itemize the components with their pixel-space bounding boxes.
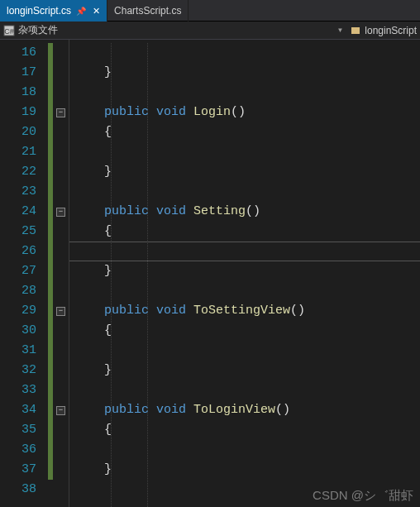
fold-cell bbox=[53, 380, 69, 400]
fold-cell bbox=[53, 420, 69, 440]
code-area[interactable]: } public void Login() { } public void Se… bbox=[69, 40, 420, 507]
code-line[interactable] bbox=[69, 182, 420, 202]
code-line[interactable]: { bbox=[69, 321, 420, 341]
line-number: 23 bbox=[0, 182, 48, 202]
fold-cell bbox=[53, 281, 69, 301]
line-number: 37 bbox=[0, 460, 48, 480]
code-line[interactable]: public void Setting() bbox=[69, 202, 420, 222]
line-number: 21 bbox=[0, 142, 48, 162]
line-number: 28 bbox=[0, 281, 48, 301]
nav-right-label: longinScript bbox=[365, 25, 417, 36]
code-line[interactable]: } bbox=[69, 162, 420, 182]
fold-cell bbox=[53, 162, 69, 182]
tab-chartsscript[interactable]: ChartsScript.cs bbox=[107, 0, 189, 22]
tab-bar: longinScript.cs 📌 ✕ ChartsScript.cs bbox=[0, 0, 420, 22]
fold-column: −−−− bbox=[53, 40, 69, 507]
fold-cell bbox=[53, 43, 69, 63]
code-line[interactable]: } bbox=[69, 460, 420, 480]
line-number: 19 bbox=[0, 103, 48, 122]
line-number: 26 bbox=[0, 242, 48, 261]
code-line[interactable]: } bbox=[69, 361, 420, 380]
svg-rect-2 bbox=[351, 27, 360, 34]
code-line[interactable]: public void ToLoginView() bbox=[69, 400, 420, 420]
line-number: 22 bbox=[0, 162, 48, 182]
fold-cell bbox=[53, 341, 69, 361]
line-number: 27 bbox=[0, 261, 48, 281]
fold-cell: − bbox=[53, 202, 69, 222]
fold-cell bbox=[53, 222, 69, 242]
code-line[interactable] bbox=[69, 242, 420, 261]
fold-cell bbox=[53, 321, 69, 341]
nav-left-dropdown[interactable]: C# 杂项文件 bbox=[3, 23, 58, 37]
fold-cell bbox=[53, 242, 69, 261]
nav-left-label: 杂项文件 bbox=[18, 23, 58, 37]
line-number: 31 bbox=[0, 341, 48, 361]
line-number: 29 bbox=[0, 301, 48, 321]
code-line[interactable]: public void Login() bbox=[69, 103, 420, 122]
fold-cell bbox=[53, 361, 69, 380]
line-number: 36 bbox=[0, 440, 48, 460]
fold-cell bbox=[53, 261, 69, 281]
line-number: 38 bbox=[0, 480, 48, 500]
line-number: 25 bbox=[0, 222, 48, 242]
fold-cell bbox=[53, 63, 69, 83]
fold-cell bbox=[53, 142, 69, 162]
code-line[interactable]: } bbox=[69, 63, 420, 83]
chevron-down-icon: ▼ bbox=[336, 26, 343, 34]
line-number: 24 bbox=[0, 202, 48, 222]
line-number: 30 bbox=[0, 321, 48, 341]
tab-label: ChartsScript.cs bbox=[114, 5, 181, 17]
code-line[interactable] bbox=[69, 43, 420, 63]
fold-cell bbox=[53, 460, 69, 480]
code-line[interactable]: { bbox=[69, 122, 420, 142]
tab-label: longinScript.cs bbox=[7, 5, 71, 17]
close-icon[interactable]: ✕ bbox=[93, 6, 100, 17]
fold-cell bbox=[53, 122, 69, 142]
line-number: 16 bbox=[0, 43, 48, 63]
fold-cell: − bbox=[53, 301, 69, 321]
code-line[interactable] bbox=[69, 480, 420, 500]
code-line[interactable] bbox=[69, 83, 420, 103]
code-line[interactable] bbox=[69, 142, 420, 162]
fold-cell: − bbox=[53, 103, 69, 122]
fold-toggle[interactable]: − bbox=[56, 307, 65, 316]
line-number: 33 bbox=[0, 380, 48, 400]
tab-longinscript[interactable]: longinScript.cs 📌 ✕ bbox=[0, 0, 107, 22]
fold-toggle[interactable]: − bbox=[56, 406, 65, 415]
line-number-gutter: 1617181920212223242526272829303132333435… bbox=[0, 40, 48, 507]
fold-cell: − bbox=[53, 400, 69, 420]
code-line[interactable]: } bbox=[69, 261, 420, 281]
fold-cell bbox=[53, 480, 69, 500]
fold-cell bbox=[53, 440, 69, 460]
code-line[interactable]: { bbox=[69, 222, 420, 242]
csharp-file-icon: C# bbox=[3, 25, 15, 36]
line-number: 20 bbox=[0, 122, 48, 142]
line-number: 35 bbox=[0, 420, 48, 440]
fold-toggle[interactable]: − bbox=[56, 208, 65, 217]
pin-icon[interactable]: 📌 bbox=[76, 7, 86, 16]
code-line[interactable]: public void ToSettingView() bbox=[69, 301, 420, 321]
code-line[interactable] bbox=[69, 380, 420, 400]
fold-cell bbox=[53, 182, 69, 202]
line-number: 18 bbox=[0, 83, 48, 103]
code-line[interactable] bbox=[69, 440, 420, 460]
code-editor[interactable]: 1617181920212223242526272829303132333435… bbox=[0, 40, 420, 507]
navigation-bar: C# 杂项文件 ▼ longinScript bbox=[0, 22, 420, 40]
code-line[interactable]: { bbox=[69, 420, 420, 440]
line-number: 34 bbox=[0, 400, 48, 420]
svg-text:C#: C# bbox=[4, 27, 14, 36]
code-line[interactable] bbox=[69, 341, 420, 361]
line-number: 32 bbox=[0, 361, 48, 380]
code-line[interactable] bbox=[69, 281, 420, 301]
fold-cell bbox=[53, 83, 69, 103]
line-number: 17 bbox=[0, 63, 48, 83]
method-icon bbox=[350, 25, 361, 36]
nav-right-dropdown[interactable]: ▼ longinScript bbox=[336, 25, 417, 36]
fold-toggle[interactable]: − bbox=[56, 108, 65, 117]
